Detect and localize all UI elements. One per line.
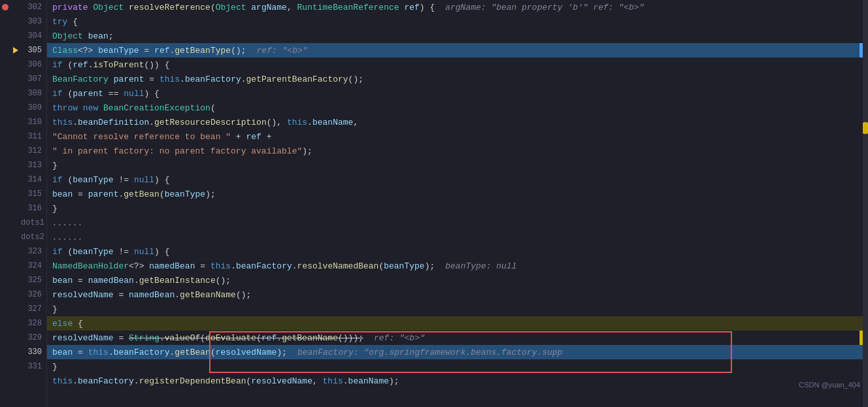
- line-number: dots2: [21, 233, 47, 242]
- inline-hint: beanFactory: "org.springframework.beans.…: [297, 348, 563, 357]
- code-line: throw new BeanCreationException(: [47, 101, 868, 115]
- line-number: dots1: [21, 218, 47, 227]
- line-number: 324: [21, 261, 47, 270]
- gutter-row: 324: [0, 259, 46, 273]
- line-number: 302: [21, 3, 47, 12]
- line-number: 331: [21, 362, 47, 371]
- code-line: try {: [47, 14, 868, 29]
- code-line: this.beanFactory.registerDependentBean(r…: [47, 374, 868, 388]
- code-line: resolvedName = namedBean.getBeanName();: [47, 287, 868, 302]
- gutter-row: 325: [0, 273, 46, 287]
- gutter-row: 313: [0, 158, 46, 172]
- line-number: 307: [21, 74, 47, 84]
- code-line: bean = namedBean.getBeanInstance();: [47, 273, 868, 287]
- code-line: private Object resolveReference(Object a…: [47, 0, 868, 14]
- code-text: bean = namedBean.getBeanInstance();: [52, 276, 231, 285]
- line-number: 325: [21, 276, 47, 285]
- line-number: 323: [21, 247, 47, 256]
- code-text: ......: [52, 233, 83, 242]
- line-number: 309: [21, 103, 47, 112]
- gutter-row: 303: [0, 14, 46, 29]
- line-number: 304: [21, 31, 47, 41]
- hint-bar-blue: [860, 43, 863, 57]
- inline-hint: argName: "bean property 'b'" ref: "<b>": [445, 3, 644, 12]
- code-content[interactable]: private Object resolveReference(Object a…: [47, 0, 868, 407]
- breakpoint-dot: [2, 4, 8, 10]
- line-number: 308: [21, 89, 47, 98]
- code-line: " in parent factory: no parent factory a…: [47, 144, 868, 158]
- line-number: 327: [21, 304, 47, 314]
- line-number: 330: [21, 348, 47, 357]
- code-line: }: [47, 359, 868, 374]
- gutter-row: [0, 374, 46, 388]
- gutter-row: 305: [0, 43, 46, 57]
- line-number: 315: [21, 189, 47, 199]
- code-text: "Cannot resolve reference to bean " + re…: [52, 132, 272, 142]
- line-number: 306: [21, 60, 47, 69]
- code-text: ......: [52, 218, 83, 228]
- code-text: throw new BeanCreationException(: [52, 103, 216, 113]
- code-text: }: [52, 362, 58, 372]
- line-number: 328: [21, 319, 47, 328]
- line-number: 310: [21, 118, 47, 127]
- line-number: 305: [21, 46, 47, 55]
- gutter-row: 312: [0, 144, 46, 158]
- code-text: if (beanType != null) {: [52, 247, 170, 257]
- gutter-row: dots2: [0, 230, 46, 244]
- gutter-row: 307: [0, 72, 46, 86]
- code-text: BeanFactory parent = this.beanFactory.ge…: [52, 74, 363, 84]
- code-line: Object bean;: [47, 29, 868, 43]
- gutter-row: 327: [0, 302, 46, 316]
- code-text: }: [52, 204, 58, 214]
- code-line: if (parent == null) {: [47, 86, 868, 101]
- code-line: }: [47, 201, 868, 216]
- code-line: bean = this.beanFactory.getBean(resolved…: [47, 345, 868, 359]
- code-text: bean = this.beanFactory.getBean(resolved…: [52, 348, 287, 357]
- breakpoint-area[interactable]: [0, 4, 10, 10]
- code-line: if (beanType != null) {: [47, 244, 868, 259]
- code-text: this.beanDefinition.getResourceDescripti…: [52, 118, 358, 127]
- code-line: if (beanType != null) {: [47, 172, 868, 187]
- code-text: NamedBeanHolder<?> namedBean = this.bean…: [52, 261, 435, 271]
- code-text: Class<?> beanType = ref.getBeanType();: [52, 46, 246, 56]
- gutter-row: 330: [0, 345, 46, 359]
- code-area: 3023033043053063073083093103113123133143…: [0, 0, 868, 407]
- gutter-row: 331: [0, 359, 46, 374]
- line-number: 311: [21, 132, 47, 141]
- code-line: BeanFactory parent = this.beanFactory.ge…: [47, 72, 868, 86]
- code-text: if (parent == null) {: [52, 89, 159, 99]
- gutter-row: 308: [0, 86, 46, 101]
- code-line: resolvedName = String.valueOf(doEvaluate…: [47, 331, 868, 345]
- code-text: else {: [52, 319, 83, 329]
- gutter-row: 323: [0, 244, 46, 259]
- code-text: bean = parent.getBean(beanType);: [52, 189, 216, 199]
- line-number: 303: [21, 17, 47, 26]
- code-line: this.beanDefinition.getResourceDescripti…: [47, 115, 868, 129]
- line-number: 314: [21, 175, 47, 184]
- code-text: resolvedName = namedBean.getBeanName();: [52, 290, 251, 300]
- execution-arrow-icon: [13, 47, 18, 54]
- code-line: ......: [47, 230, 868, 244]
- line-gutter: 3023033043053063073083093103113123133143…: [0, 0, 47, 407]
- line-number: 326: [21, 290, 47, 299]
- gutter-row: 310: [0, 115, 46, 129]
- gutter-row: 314: [0, 172, 46, 187]
- gutter-row: 311: [0, 129, 46, 144]
- line-number: 316: [21, 204, 47, 213]
- arrow-area: [10, 47, 21, 54]
- code-text: }: [52, 304, 58, 314]
- gutter-row: 306: [0, 57, 46, 72]
- line-number: 312: [21, 146, 47, 155]
- scrollbar-y[interactable]: [863, 0, 868, 407]
- hint-bar-yellow: [860, 331, 863, 345]
- code-line: else {: [47, 316, 868, 331]
- code-line: if (ref.isToParent()) {: [47, 57, 868, 72]
- gutter-row: 304: [0, 29, 46, 43]
- scrollbar-thumb[interactable]: [863, 122, 868, 134]
- line-number: 313: [21, 161, 47, 170]
- code-text: resolvedName = String.valueOf(doEvaluate…: [52, 333, 363, 343]
- code-line: }: [47, 158, 868, 172]
- code-line: }: [47, 302, 868, 316]
- code-line: NamedBeanHolder<?> namedBean = this.bean…: [47, 259, 868, 273]
- code-text: if (beanType != null) {: [52, 175, 170, 185]
